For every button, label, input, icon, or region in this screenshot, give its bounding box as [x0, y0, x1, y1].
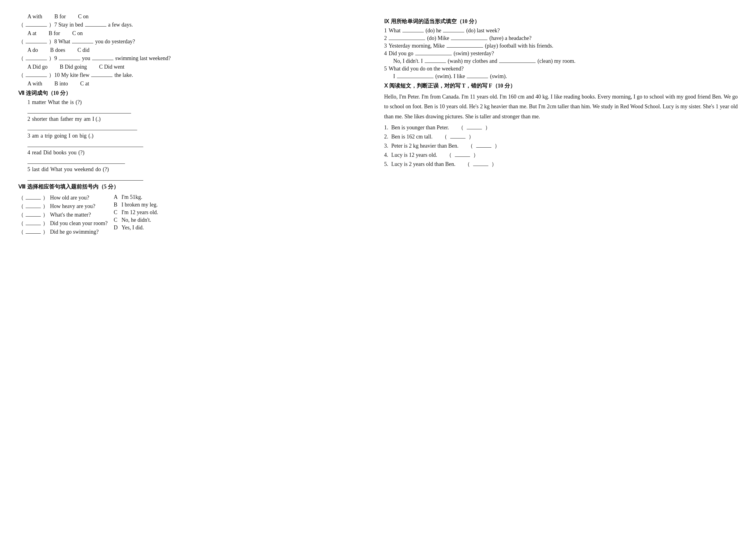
ji2-num: 2.: [384, 134, 388, 140]
s8-i3-paren-open: （: [18, 211, 24, 218]
q10-suffix: the lake.: [114, 72, 133, 78]
s8-item5: （ ） Did he go swimming?: [18, 228, 108, 236]
ji5-blank: [473, 166, 488, 166]
section9-title: Ⅸ 用所给单词的适当形式填空（10 分）: [384, 18, 738, 25]
q8-opt-c: C did: [77, 47, 90, 53]
s9-q3-t1: Yesterday morning, Mike: [389, 43, 445, 49]
judge-item2: 2. Ben is 162 cm tall. （ ）: [384, 133, 738, 140]
s8-i1-paren-open: （: [18, 194, 24, 201]
q9-opt-a: A Did go: [27, 64, 47, 70]
s9-q4-sub-t3: (clean) my room.: [537, 58, 575, 64]
ji5-paren-close: ）: [491, 160, 497, 168]
s7-i4-w1: read: [32, 150, 41, 156]
q10-opt-a: A with: [27, 80, 42, 87]
q8-suffix: you do yesterday?: [95, 39, 135, 45]
judge-item5: 5. Lucy is 2 years old than Ben. （ ）: [384, 160, 738, 168]
s7-i3-w5: I: [68, 133, 70, 139]
q7-opt-c: C on: [72, 30, 83, 37]
s8-i4-paren-open: （: [18, 220, 24, 227]
s7-item5-words: 5 last did What you weekend do (?): [27, 166, 372, 173]
reading-passage: Hello, I'm Peter. I'm from Canada. I'm 1…: [384, 92, 738, 122]
ji3-blank: [476, 147, 491, 148]
q9-opt-b: B Did going: [60, 64, 87, 70]
s9-q1-t2: (do) he: [425, 27, 441, 34]
s7-i5-w3: What: [50, 166, 62, 173]
s7-item1-words: 1 matter What the is (?): [27, 99, 372, 105]
s9-q4-t1: Did you go: [389, 50, 413, 57]
s7-i5-w2: did: [41, 166, 48, 173]
s9-q2: 2 (do) Mike (have) a headache?: [384, 35, 738, 42]
ji1-blank: [467, 129, 482, 129]
s9-q5-sub-t3: (swim).: [490, 73, 507, 80]
s8-ans-c: C I'm 12 years old.: [114, 209, 175, 216]
q9-suffix: swimming last weekend?: [115, 55, 171, 62]
s7-item3: 3 am a trip going I on big (.): [18, 133, 372, 147]
q9-fill1: [59, 60, 80, 60]
s9-q1-b1: [402, 32, 424, 32]
s9-q4-num: 4: [384, 50, 387, 57]
ji3-paren-open: （: [468, 142, 473, 150]
s7-i3-w7: big: [80, 133, 87, 139]
option-a: A with: [27, 14, 42, 20]
s8-item2: （ ） How heavy are you?: [18, 203, 108, 210]
q10-options: A with B into C at: [27, 80, 372, 87]
s9-q5-sub-t2: (swim). I like: [435, 73, 465, 80]
ji5-text: Lucy is 2 years old than Ben.: [392, 161, 455, 167]
s9-q1-b2: [443, 32, 464, 32]
s8-item3: （ ） What's the matter?: [18, 211, 108, 218]
s9-q2-t2: (have) a headache?: [489, 35, 531, 42]
s9-q4-sub: No, I didn't. I (wash) my clothes and (c…: [393, 58, 738, 64]
ji2-paren-close: ）: [469, 133, 474, 140]
s7-item5: 5 last did What you weekend do (?): [18, 166, 372, 181]
s9-q2-b1: [389, 40, 425, 40]
s8-i5-text: Did he go swimming?: [50, 229, 99, 235]
s8-i5-paren-close: ）: [43, 228, 48, 236]
s7-i3-w8: (.): [88, 133, 94, 139]
question-10: （ ）10 My kite flew the lake.: [18, 71, 372, 79]
s7-i5-w1: last: [32, 166, 40, 173]
option-c: C on: [78, 14, 89, 20]
ji4-blank: [455, 156, 470, 157]
ji4-paren-close: ）: [473, 151, 479, 158]
ji2-blank: [450, 138, 466, 138]
s7-i1-w5: (?): [76, 99, 82, 105]
s9-q4-sub-t2: (wash) my clothes and: [448, 58, 497, 64]
s7-i4-w3: books: [53, 150, 67, 156]
s7-i1-w2: What: [48, 99, 60, 105]
s9-q4-t2: (swim) yesterday?: [454, 50, 494, 57]
left-column: A with B for C on （ ）7 Stay in bed a few…: [18, 12, 372, 236]
ji3-paren-close: ）: [495, 142, 500, 150]
section7-title: Ⅶ 连词成句（10 分）: [18, 89, 372, 97]
s7-i3-answer-line: [27, 142, 143, 147]
s9-q4-sub-b1: [425, 63, 446, 63]
ji3-text: Peter is 2 kg heavier than Ben.: [392, 143, 458, 149]
q9-you: you: [82, 55, 90, 62]
s7-i3-w1: am: [32, 133, 39, 139]
q9-open-paren: （: [18, 55, 24, 62]
ji4-text: Lucy is 12 years old.: [392, 152, 437, 158]
s7-i3-w3: trip: [45, 133, 52, 139]
q10-open-paren: （: [18, 71, 24, 79]
s9-q5-sub-b1: [397, 78, 433, 78]
s8-item1: （ ） How old are you?: [18, 194, 108, 201]
s7-item1: 1 matter What the is (?): [18, 99, 372, 113]
s9-q2-num: 2: [384, 35, 387, 42]
s9-q5-sub-i: I: [393, 73, 395, 80]
s8-i4-text: Did you clean your room?: [50, 220, 108, 227]
s8-col-wrapper: （ ） How old are you? （ ） How heavy are y…: [18, 193, 372, 236]
q9-text1: ）9: [49, 55, 57, 62]
s9-q5-sub-b2: [467, 78, 488, 78]
right-column: Ⅸ 用所给单词的适当形式填空（10 分） 1 What (do) he (do)…: [384, 12, 738, 236]
judge-item1: 1. Ben is younger than Peter. （ ）: [384, 124, 738, 131]
s9-q4-sub-t1: No, I didn't. I: [393, 58, 423, 64]
question-7: （ ）7 Stay in bed a few days.: [18, 21, 372, 28]
s7-i3-w2: a: [40, 133, 43, 139]
q7-options: A at B for C on: [27, 30, 372, 37]
s7-item2-words: 2 shorter than father my am I (.): [27, 116, 372, 122]
s7-i1-w1: matter: [32, 99, 46, 105]
question-9: （ ）9 you swimming last weekend?: [18, 55, 372, 62]
judge-item3: 3. Peter is 2 kg heavier than Ben. （ ）: [384, 142, 738, 150]
s8-ans-a: A I'm 51kg.: [114, 194, 175, 200]
ji4-paren-open: （: [446, 151, 452, 158]
s7-i2-answer-line: [27, 125, 137, 130]
